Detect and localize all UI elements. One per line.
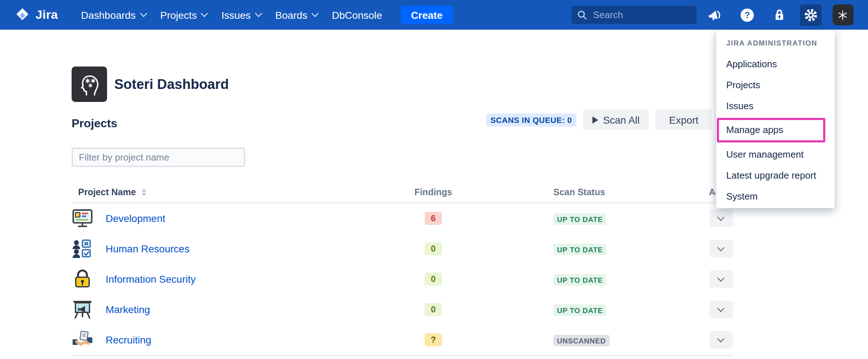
human-resources-icon xyxy=(72,238,93,260)
menu-item-applications[interactable]: Applications xyxy=(716,54,835,74)
project-link[interactable]: Development xyxy=(106,213,165,224)
global-search-box[interactable] xyxy=(571,6,697,24)
menu-item-system[interactable]: System xyxy=(716,186,835,207)
project-name-header-label: Project Name xyxy=(78,187,136,197)
navbar-icon-group: ? xyxy=(705,4,854,26)
table-row: Development 6 UP TO DATE xyxy=(72,203,733,234)
table-row: Recruiting ? UNSCANNED xyxy=(72,325,733,356)
findings-badge: 0 xyxy=(425,273,442,286)
chevron-down-icon xyxy=(717,244,724,251)
nav-issues[interactable]: Issues xyxy=(221,9,261,21)
nav-dbconsole[interactable]: DbConsole xyxy=(332,9,382,21)
projects-table: Project Name Findings Scan Status Action… xyxy=(72,182,733,356)
scan-status-lozenge: UNSCANNED xyxy=(553,335,609,347)
project-link[interactable]: Recruiting xyxy=(106,334,151,346)
development-monitor-icon xyxy=(72,208,93,229)
svg-text:?: ? xyxy=(745,10,750,20)
menu-item-user-management[interactable]: User management xyxy=(716,144,835,165)
scan-all-button[interactable]: Scan All xyxy=(583,109,649,130)
search-icon xyxy=(577,10,587,20)
nav-dbconsole-label: DbConsole xyxy=(332,9,382,21)
chevron-down-icon xyxy=(717,305,724,312)
menu-section-title: JIRA ADMINISTRATION xyxy=(716,36,835,51)
table-row: Human Resources 0 UP TO DATE xyxy=(72,234,733,264)
menu-item-issues[interactable]: Issues xyxy=(716,95,835,116)
row-actions-button[interactable] xyxy=(709,270,732,288)
sort-icon[interactable] xyxy=(142,189,146,196)
column-header-scan-status: Scan Status xyxy=(477,187,708,197)
scan-all-label: Scan All xyxy=(603,114,639,125)
column-header-project-name[interactable]: Project Name xyxy=(72,187,390,197)
screen: Jira Dashboards Projects Issues Boards D… xyxy=(0,0,868,359)
export-button[interactable]: Export xyxy=(656,109,712,130)
nav-dashboards-label: Dashboards xyxy=(81,9,136,21)
gear-icon[interactable] xyxy=(800,4,822,26)
findings-badge: ? xyxy=(425,333,442,346)
help-icon[interactable]: ? xyxy=(736,4,758,26)
findings-badge: 0 xyxy=(425,303,442,316)
nav-issues-label: Issues xyxy=(221,9,251,21)
search-input[interactable] xyxy=(592,9,691,21)
menu-item-latest-upgrade-report[interactable]: Latest upgrade report xyxy=(716,165,835,186)
jira-logo-icon xyxy=(14,7,30,23)
column-header-findings: Findings xyxy=(390,187,477,197)
page-title: Soteri Dashboard xyxy=(114,76,229,92)
create-button[interactable]: Create xyxy=(401,6,452,24)
project-link[interactable]: Human Resources xyxy=(106,243,190,255)
projects-section-heading: Projects xyxy=(72,117,117,130)
project-link[interactable]: Marketing xyxy=(106,304,150,315)
nav-projects-label: Projects xyxy=(160,9,197,21)
chevron-down-icon xyxy=(717,214,724,221)
chevron-down-icon xyxy=(717,335,724,342)
main-navigation: Dashboards Projects Issues Boards DbCons… xyxy=(81,0,453,30)
avatar xyxy=(832,4,853,25)
play-icon xyxy=(592,116,598,123)
chevron-down-icon xyxy=(140,10,147,17)
information-security-lock-icon xyxy=(72,268,93,290)
scans-in-queue-badge: SCANS IN QUEUE: 0 xyxy=(486,113,576,126)
announcement-icon[interactable] xyxy=(705,4,726,26)
export-label: Export xyxy=(669,114,698,125)
nav-boards-label: Boards xyxy=(275,9,307,21)
row-actions-button[interactable] xyxy=(709,301,732,318)
chevron-down-icon xyxy=(717,274,724,282)
recruiting-handshake-icon xyxy=(72,329,93,351)
nav-dashboards[interactable]: Dashboards xyxy=(81,9,146,21)
table-row: Marketing 0 UP TO DATE xyxy=(72,294,733,325)
jira-home-link[interactable]: Jira xyxy=(14,0,58,30)
findings-badge: 0 xyxy=(425,242,442,255)
row-actions-button[interactable] xyxy=(709,331,732,349)
scan-status-lozenge: UP TO DATE xyxy=(553,244,607,256)
top-navbar: Jira Dashboards Projects Issues Boards D… xyxy=(0,0,868,30)
nav-boards[interactable]: Boards xyxy=(275,9,318,21)
menu-item-manage-apps[interactable]: Manage apps xyxy=(717,118,825,142)
soteri-avatar-icon[interactable] xyxy=(832,4,854,26)
scan-status-lozenge: UP TO DATE xyxy=(553,305,607,316)
table-header-row: Project Name Findings Scan Status Action… xyxy=(72,182,733,203)
soteri-logo-icon xyxy=(72,67,107,102)
table-row: Information Security 0 UP TO DATE xyxy=(72,264,733,294)
scan-status-lozenge: UP TO DATE xyxy=(553,214,607,225)
lock-icon[interactable] xyxy=(768,4,790,26)
brand-name: Jira xyxy=(35,8,58,22)
row-actions-button[interactable] xyxy=(709,210,732,227)
projects-toolbar: SCANS IN QUEUE: 0 Scan All Export xyxy=(486,109,712,130)
page-header: Soteri Dashboard xyxy=(72,67,229,102)
row-actions-button[interactable] xyxy=(709,240,732,257)
menu-item-projects[interactable]: Projects xyxy=(716,74,835,95)
chevron-down-icon xyxy=(311,10,319,17)
jira-administration-menu: JIRA ADMINISTRATION Applications Project… xyxy=(716,30,835,208)
chevron-down-icon xyxy=(255,10,262,17)
findings-badge: 6 xyxy=(425,212,442,225)
scan-status-lozenge: UP TO DATE xyxy=(553,274,607,286)
project-filter-input[interactable] xyxy=(72,148,245,167)
chevron-down-icon xyxy=(201,10,208,17)
project-link[interactable]: Information Security xyxy=(106,273,196,285)
nav-projects[interactable]: Projects xyxy=(160,9,207,21)
marketing-megaphone-icon xyxy=(72,299,93,320)
